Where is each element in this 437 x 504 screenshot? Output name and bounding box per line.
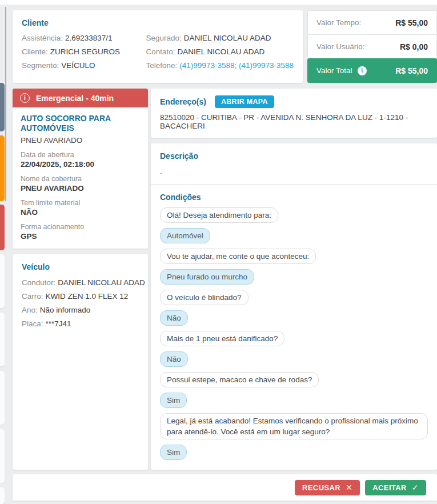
description-title: Descrição	[160, 151, 428, 161]
divider	[151, 184, 437, 185]
coverage-name-value: PNEU AVARIADO	[21, 184, 140, 193]
vehicle-card: Veículo Condutor:DANIEL NICOLAU ADAD Car…	[13, 254, 148, 470]
material-limit-label: Tem limite material	[21, 199, 140, 207]
chat-bubble-question: Vou te ajudar, me conte o que aconteceu:	[160, 249, 316, 264]
value-user-amount: R$ 0,00	[400, 42, 428, 51]
x-icon: ✕	[346, 483, 352, 492]
value-time-amount: R$ 55,00	[395, 18, 428, 27]
phone-label: Telefone:	[146, 61, 178, 70]
action-bar: RECUSAR ✕ ACEITAR ✓	[13, 474, 437, 501]
chat-bubble-question: Legal, já está acabando! Estamos verific…	[160, 413, 428, 439]
assistance-number-value: 2.69233837/1	[65, 34, 113, 42]
chat-bubble-answer: Automóvel	[160, 228, 210, 243]
check-icon: ✓	[412, 483, 419, 492]
service-card: i Emergencial - 40min AUTO SOCORRO PARA …	[13, 89, 148, 249]
contact-label: Contato:	[146, 47, 175, 56]
client-card-title: Cliente	[22, 18, 294, 27]
opening-date-field: Data de abertura 22/04/2025, 02:18:00	[21, 151, 140, 169]
chat-bubble-question: Possui estepe, macaco e chave de rodas?	[160, 372, 319, 387]
vehicle-card-title: Veículo	[22, 262, 139, 271]
driver-row: Condutor:DANIEL NICOLAU ADAD	[22, 278, 139, 287]
address-text: 82510020 - CURITIBA - PR - AVENIDA N. SE…	[160, 113, 428, 130]
reject-button[interactable]: RECUSAR ✕	[295, 480, 360, 495]
assistance-detail-panel: Cliente Assistência:2.69233837/1 Cliente…	[13, 5, 437, 501]
insured-label: Segurado:	[146, 34, 182, 42]
chat-bubble-answer: Pneu furado ou murcho	[160, 269, 254, 285]
chat-bubble-answer: Sim	[160, 393, 187, 408]
top-bar	[0, 0, 437, 5]
background-card-strip	[0, 429, 5, 483]
background-card-strip	[0, 254, 5, 308]
car-row: Carro:KWID ZEN 1.0 FLEX 12	[22, 292, 139, 301]
open-map-button[interactable]: ABRIR MAPA	[215, 95, 274, 108]
reject-button-label: RECUSAR	[302, 483, 340, 492]
year-value: Não informado	[40, 306, 91, 314]
client-name-value: ZURICH SEGUROS	[50, 47, 120, 56]
chat-bubble-question: Olá! Deseja atendimento para:	[160, 207, 278, 223]
chat-bubble-question: O veículo é blindado?	[160, 290, 248, 305]
conditions-transcript: Olá! Deseja atendimento para: Automóvel …	[160, 207, 428, 460]
accept-button-label: ACEITAR	[372, 483, 407, 492]
value-total-row: Valor Total i R$ 55,00	[307, 58, 437, 83]
value-time-row: Valor Tempo: R$ 55,00	[307, 10, 437, 35]
segment-label: Segmento:	[22, 61, 59, 70]
insured-value: DANIEL NICOLAU ADAD	[184, 34, 271, 42]
plate-row: Placa:***7J41	[22, 319, 139, 328]
client-name-row: Cliente:ZURICH SEGUROS	[22, 47, 146, 56]
chat-bubble-answer: Sim	[160, 445, 187, 460]
material-limit-value: NÃO	[21, 208, 140, 217]
info-icon[interactable]: i	[358, 66, 367, 75]
chat-bubble-question: Mais de 1 pneu está danificado?	[160, 331, 284, 346]
contact-row: Contato:DANIEL NICOLAU ADAD	[146, 47, 294, 56]
car-label: Carro:	[22, 292, 43, 301]
value-time-label: Valor Tempo:	[316, 18, 361, 27]
values-panel: Valor Tempo: R$ 55,00 Valor Usuário: R$ …	[307, 10, 437, 83]
activation-mode-value: GPS	[21, 232, 140, 241]
accept-button[interactable]: ACEITAR ✓	[365, 480, 426, 495]
list-scrollbar[interactable]	[5, 7, 6, 201]
driver-value: DANIEL NICOLAU ADAD	[58, 278, 145, 287]
plate-label: Placa:	[22, 319, 43, 328]
assistance-number-label: Assistência:	[22, 34, 63, 42]
background-card-strip	[0, 313, 5, 366]
emergency-header: i Emergencial - 40min	[13, 89, 148, 107]
value-total-label: Valor Total	[316, 66, 352, 75]
driver-label: Condutor:	[22, 278, 55, 287]
year-label: Ano:	[22, 306, 38, 314]
value-total-amount: R$ 55,00	[395, 66, 428, 75]
opening-date-value: 22/04/2025, 02:18:00	[21, 160, 140, 169]
coverage-name-field: Nome da cobertura PNEU AVARIADO	[21, 175, 140, 193]
description-conditions-card: Descrição . Condições Olá! Deseja atendi…	[151, 143, 437, 470]
opening-date-label: Data de abertura	[21, 151, 140, 159]
background-card-strip	[0, 371, 5, 425]
chat-bubble-answer: Não	[160, 310, 188, 326]
emergency-header-label: Emergencial - 40min	[36, 94, 114, 103]
client-name-label: Cliente:	[22, 47, 48, 56]
segment-value: VEÍCULO	[61, 61, 95, 70]
address-card: Endereço(s) ABRIR MAPA 82510020 - CURITI…	[151, 89, 437, 138]
plate-value: ***7J41	[46, 319, 71, 328]
value-user-row: Valor Usuário: R$ 0,00	[307, 34, 437, 59]
contact-value: DANIEL NICOLAU ADAD	[178, 47, 265, 56]
insured-row: Segurado:DANIEL NICOLAU ADAD	[146, 34, 294, 42]
coverage-name-label: Nome da cobertura	[21, 175, 140, 183]
activation-mode-label: Forma acionamento	[21, 223, 140, 231]
background-card-strip-slate	[0, 83, 5, 131]
address-card-title: Endereço(s)	[160, 97, 206, 106]
phone-link[interactable]: (41)99973-3588; (41)99973-3588	[179, 61, 294, 70]
conditions-title: Condições	[160, 193, 428, 202]
value-user-label: Valor Usuário:	[316, 42, 365, 51]
service-subtitle: PNEU AVARIADO	[21, 136, 140, 145]
car-value: KWID ZEN 1.0 FLEX 12	[46, 292, 129, 301]
background-card-strip-red	[0, 205, 5, 250]
segment-row: Segmento:VEÍCULO	[22, 61, 146, 70]
chat-bubble-answer: Não	[160, 351, 188, 367]
info-circle-icon: i	[20, 93, 30, 103]
description-value: .	[160, 167, 428, 177]
year-row: Ano:Não informado	[22, 306, 139, 314]
activation-mode-field: Forma acionamento GPS	[21, 223, 140, 241]
material-limit-field: Tem limite material NÃO	[21, 199, 140, 217]
client-card: Cliente Assistência:2.69233837/1 Cliente…	[13, 10, 303, 83]
background-card-strip	[0, 487, 5, 504]
assistance-number-row: Assistência:2.69233837/1	[22, 34, 146, 42]
